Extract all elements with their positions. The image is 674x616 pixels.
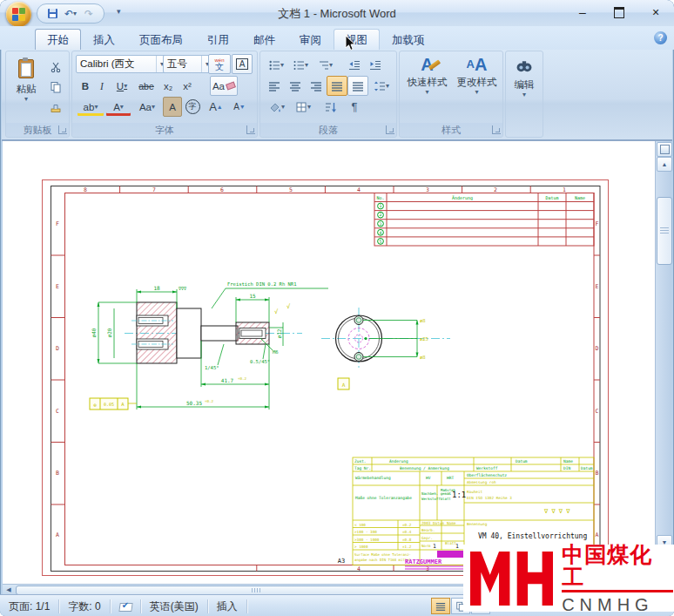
bullets-icon xyxy=(268,59,280,71)
font-name-combo[interactable]: Calibri (西文▾ xyxy=(76,55,168,73)
svg-text:> 1000: > 1000 xyxy=(354,545,368,549)
quick-styles-button[interactable]: A 快速样式 ▾ xyxy=(401,55,453,112)
paragraph-dialog-launcher[interactable] xyxy=(386,125,394,134)
decrease-indent-button[interactable] xyxy=(344,55,365,75)
borders-button[interactable]: ▾ xyxy=(290,97,316,117)
eraser-icon xyxy=(226,82,236,91)
distribute-button[interactable] xyxy=(347,76,368,96)
shading-button[interactable]: ▾ xyxy=(264,97,290,117)
svg-text:Datum: Datum xyxy=(581,466,593,470)
copy-button[interactable] xyxy=(45,77,66,97)
highlight-color-button[interactable]: ab▾ xyxy=(77,97,104,117)
language-indicator[interactable]: 英语(美国) xyxy=(141,599,208,613)
svg-text:0.5/45°: 0.5/45° xyxy=(250,359,270,364)
tab-references[interactable]: 引用 xyxy=(195,29,241,51)
revision-table: No. Änderung Datum Name 1 2 3 4 5 xyxy=(374,193,594,247)
tab-review[interactable]: 审阅 xyxy=(287,29,334,51)
insert-mode-indicator[interactable]: 插入 xyxy=(208,599,247,613)
numbering-icon xyxy=(293,59,305,71)
tab-addins[interactable]: 加载项 xyxy=(380,29,437,51)
styles-dialog-launcher[interactable] xyxy=(492,125,501,134)
svg-text:ø8: ø8 xyxy=(420,355,426,360)
svg-text:Zust.: Zust. xyxy=(354,459,367,464)
document-page[interactable]: 8 7 6 5 4 3 2 1 F E D C B A F E D xyxy=(3,141,656,584)
close-button[interactable]: × xyxy=(644,4,667,20)
align-left-button[interactable] xyxy=(264,76,285,96)
editing-button[interactable]: 编辑 ▾ xyxy=(508,57,541,111)
page-indicator[interactable]: 页面: 1/1 xyxy=(0,599,59,613)
character-border-button[interactable]: A xyxy=(232,54,253,74)
phonetic-guide-button[interactable]: wén文 xyxy=(208,54,231,74)
maximize-button[interactable] xyxy=(608,4,630,20)
tab-view[interactable]: 视图 xyxy=(334,29,380,51)
svg-text:F: F xyxy=(596,220,599,227)
svg-text:7: 7 xyxy=(152,186,156,193)
vertical-scrollbar[interactable]: ▲ ▼ ▲ ▼ xyxy=(655,141,671,584)
svg-text:Werkstoff: Werkstoff xyxy=(476,466,498,470)
sort-button[interactable] xyxy=(320,97,342,117)
multilevel-list-button[interactable]: ▾ xyxy=(313,55,337,75)
svg-text:8: 8 xyxy=(84,186,87,193)
scroll-up-button[interactable]: ▲ xyxy=(657,157,672,172)
grow-font-button[interactable]: A▲ xyxy=(205,97,227,117)
numbering-button[interactable]: ▾ xyxy=(288,55,313,75)
svg-text:M6: M6 xyxy=(273,349,279,355)
show-hide-marks-button[interactable]: ¶ xyxy=(344,97,365,117)
tab-home[interactable]: 开始 xyxy=(35,29,81,51)
svg-text:ø25: ø25 xyxy=(420,336,428,342)
group-paragraph: ▾ ▾ ▾ ▾ ▾ ▾ ¶ 段落 xyxy=(259,51,397,138)
underline-button[interactable]: U▾ xyxy=(110,76,134,96)
proofing-status[interactable] xyxy=(111,599,141,613)
align-center-button[interactable] xyxy=(285,76,306,96)
tab-insert[interactable]: 插入 xyxy=(81,29,127,51)
svg-text:Norm: Norm xyxy=(421,544,431,548)
word-count[interactable]: 字数: 0 xyxy=(59,599,110,613)
vertical-scroll-thumb[interactable] xyxy=(657,197,672,265)
enclose-characters-button[interactable]: 字 xyxy=(183,97,202,117)
paste-button[interactable]: 粘贴 ▾ xyxy=(9,55,44,111)
ribbon-tabs: 开始 插入 页面布局 引用 邮件 审阅 视图 加载项 xyxy=(35,29,437,50)
clipboard-dialog-launcher[interactable] xyxy=(58,125,67,134)
svg-text:5: 5 xyxy=(289,186,293,193)
scroll-left-button[interactable]: ◀ xyxy=(3,585,15,594)
print-layout-icon xyxy=(435,601,446,612)
increase-indent-button[interactable] xyxy=(365,55,386,75)
cut-button[interactable] xyxy=(45,57,66,77)
justify-button[interactable] xyxy=(327,76,347,96)
format-painter-button[interactable] xyxy=(45,97,66,117)
change-styles-button[interactable]: AA 更改样式 ▾ xyxy=(451,55,502,112)
svg-text:No.: No. xyxy=(376,195,384,200)
help-button[interactable]: ? xyxy=(654,31,667,44)
bold-button[interactable]: B xyxy=(77,76,94,96)
print-layout-view-button[interactable] xyxy=(431,598,450,614)
align-center-icon xyxy=(289,80,301,92)
strikethrough-button[interactable]: abe xyxy=(134,76,158,96)
superscript-button[interactable]: x² xyxy=(178,76,197,96)
svg-text:B: B xyxy=(596,470,599,477)
cad-drawing: 8 7 6 5 4 3 2 1 F E D C B A F E D xyxy=(41,179,610,579)
ribbon: 粘贴 ▾ 剪贴板 Calibri (西文▾ 五号▾ wén文 A B xyxy=(2,50,672,141)
font-size-combo[interactable]: 五号▾ xyxy=(163,55,213,73)
shrink-font-button[interactable]: A▼ xyxy=(228,97,251,117)
subscript-button[interactable]: x₂ xyxy=(158,76,178,96)
line-spacing-button[interactable]: ▾ xyxy=(368,76,394,96)
tab-mailings[interactable]: 邮件 xyxy=(241,29,287,51)
minimize-button[interactable]: – xyxy=(571,4,594,20)
tab-page-layout[interactable]: 页面布局 xyxy=(127,29,195,51)
bullets-button[interactable]: ▾ xyxy=(264,55,288,75)
svg-text:ø8: ø8 xyxy=(420,318,426,323)
svg-text:3: 3 xyxy=(426,186,429,193)
font-dialog-launcher[interactable] xyxy=(246,125,255,134)
clear-formatting-button[interactable]: Aa xyxy=(210,76,238,96)
italic-button[interactable]: I xyxy=(94,76,110,96)
mh-monogram-logo xyxy=(470,552,556,606)
character-shading-button[interactable]: A xyxy=(163,97,182,117)
align-right-button[interactable] xyxy=(306,76,327,96)
font-color-button[interactable]: A▾ xyxy=(105,97,131,117)
ruler-toggle-button[interactable] xyxy=(657,142,672,157)
enclose-icon: 字 xyxy=(185,99,200,114)
sheet-frame xyxy=(43,180,609,576)
group-styles: A 快速样式 ▾ AA 更改样式 ▾ 样式 xyxy=(399,51,503,138)
change-case-button[interactable]: Aa▾ xyxy=(132,97,162,117)
editing-label: 编辑 xyxy=(515,78,535,91)
